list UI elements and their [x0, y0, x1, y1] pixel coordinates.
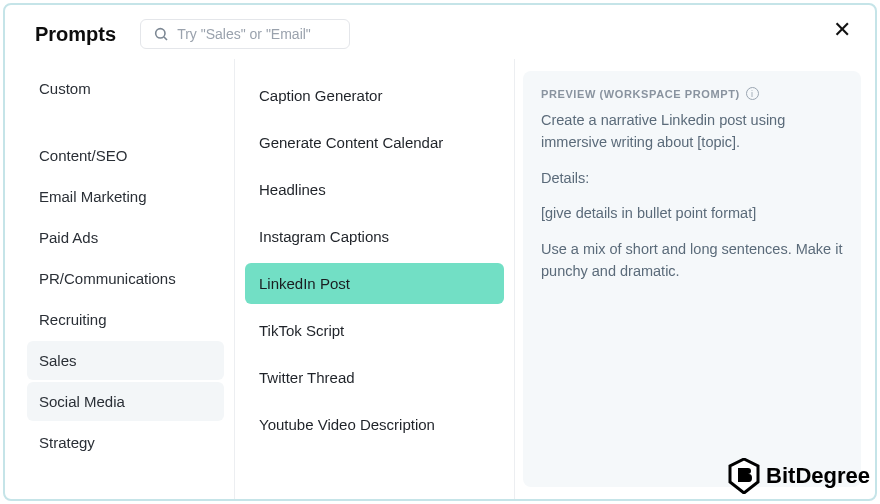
prompt-item-label: Headlines: [259, 181, 326, 198]
prompt-item-twitter-thread[interactable]: Twitter Thread: [245, 357, 504, 398]
sidebar-item-content-seo[interactable]: Content/SEO: [27, 136, 224, 175]
search-input[interactable]: [177, 26, 337, 42]
preview-paragraph: Use a mix of short and long sentences. M…: [541, 239, 843, 283]
prompt-item-label: Generate Content Calendar: [259, 134, 443, 151]
prompts-modal: Prompts ✕ Custom Content/SEO Email Marke…: [3, 3, 877, 501]
prompt-item-caption-generator[interactable]: Caption Generator: [245, 75, 504, 116]
prompt-item-youtube-video-description[interactable]: Youtube Video Description: [245, 404, 504, 445]
sidebar-item-label: Custom: [39, 80, 91, 97]
prompt-item-label: Caption Generator: [259, 87, 382, 104]
preview-panel: PREVIEW (WORKSPACE PROMPT) i Create a na…: [523, 71, 861, 487]
watermark: BitDegree: [728, 458, 870, 494]
sidebar-item-custom[interactable]: Custom: [27, 69, 224, 108]
preview-paragraph: Create a narrative Linkedin post using i…: [541, 110, 843, 154]
watermark-label: BitDegree: [766, 463, 870, 489]
modal-body: Custom Content/SEO Email Marketing Paid …: [5, 59, 875, 499]
sidebar-item-label: Recruiting: [39, 311, 107, 328]
sidebar-item-pr-communications[interactable]: PR/Communications: [27, 259, 224, 298]
modal-header: Prompts ✕: [5, 5, 875, 59]
prompt-item-label: TikTok Script: [259, 322, 344, 339]
sidebar-item-label: Social Media: [39, 393, 125, 410]
sidebar-divider: [27, 110, 224, 134]
sidebar-item-strategy[interactable]: Strategy: [27, 423, 224, 462]
sidebar-item-label: Email Marketing: [39, 188, 147, 205]
prompt-item-label: LinkedIn Post: [259, 275, 350, 292]
preview-body: Create a narrative Linkedin post using i…: [541, 110, 843, 283]
sidebar-item-label: Strategy: [39, 434, 95, 451]
prompt-list: Caption Generator Generate Content Calen…: [235, 59, 515, 499]
prompt-item-tiktok-script[interactable]: TikTok Script: [245, 310, 504, 351]
close-icon: ✕: [833, 17, 851, 42]
preview-paragraph: Details:: [541, 168, 843, 190]
sidebar-item-email-marketing[interactable]: Email Marketing: [27, 177, 224, 216]
prompt-item-linkedin-post[interactable]: LinkedIn Post: [245, 263, 504, 304]
prompt-item-label: Twitter Thread: [259, 369, 355, 386]
preview-paragraph: [give details in bullet point format]: [541, 203, 843, 225]
prompt-item-label: Instagram Captions: [259, 228, 389, 245]
close-button[interactable]: ✕: [833, 19, 851, 41]
sidebar-item-label: Paid Ads: [39, 229, 98, 246]
prompt-item-generate-content-calendar[interactable]: Generate Content Calendar: [245, 122, 504, 163]
svg-line-1: [164, 37, 167, 40]
modal-title: Prompts: [35, 23, 116, 46]
category-sidebar: Custom Content/SEO Email Marketing Paid …: [5, 59, 235, 499]
info-icon[interactable]: i: [746, 87, 759, 100]
sidebar-item-label: Sales: [39, 352, 77, 369]
prompt-item-instagram-captions[interactable]: Instagram Captions: [245, 216, 504, 257]
sidebar-item-paid-ads[interactable]: Paid Ads: [27, 218, 224, 257]
sidebar-item-sales[interactable]: Sales: [27, 341, 224, 380]
sidebar-item-label: Content/SEO: [39, 147, 127, 164]
sidebar-item-label: PR/Communications: [39, 270, 176, 287]
preview-label-row: PREVIEW (WORKSPACE PROMPT) i: [541, 87, 843, 100]
svg-point-0: [156, 29, 165, 38]
sidebar-item-social-media[interactable]: Social Media: [27, 382, 224, 421]
sidebar-item-recruiting[interactable]: Recruiting: [27, 300, 224, 339]
prompt-item-label: Youtube Video Description: [259, 416, 435, 433]
search-icon: [153, 26, 169, 42]
preview-label-text: PREVIEW (WORKSPACE PROMPT): [541, 88, 740, 100]
bitdegree-logo-icon: [728, 458, 760, 494]
search-field-wrap[interactable]: [140, 19, 350, 49]
prompt-item-headlines[interactable]: Headlines: [245, 169, 504, 210]
